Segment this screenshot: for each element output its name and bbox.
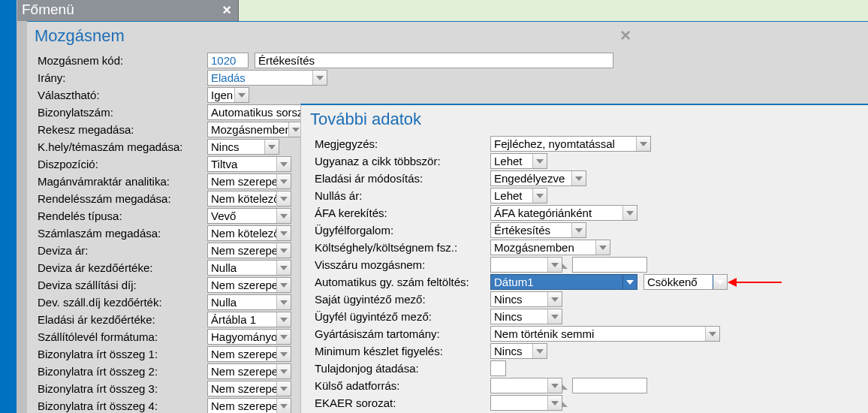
label-devszk: Dev. száll.díj kezdőérték: xyxy=(38,296,207,309)
label-kod: Mozgásnem kód: xyxy=(38,54,207,67)
label-nullas: Nullás ár: xyxy=(315,189,490,202)
input-kod-name[interactable] xyxy=(255,53,613,68)
label-irany: Irány: xyxy=(38,71,207,84)
label-kulso: Külső adatforrás: xyxy=(315,379,490,392)
label-sajat: Saját ügyintéző mező: xyxy=(315,293,490,306)
label-megj: Megjegyzés: xyxy=(315,137,490,150)
label-kolts: Költséghely/költségnem fsz.: xyxy=(315,241,490,254)
label-maganvam: Magánvámraktár analitika: xyxy=(38,175,207,188)
select-devszk[interactable] xyxy=(207,294,291,310)
select-rendszam[interactable] xyxy=(207,191,291,206)
label-gyart: Gyártásiszám tartomány: xyxy=(315,327,490,340)
label-rekesz: Rekesz megadása: xyxy=(38,123,207,136)
label-bo1: Bizonylatra írt összeg 1: xyxy=(38,348,207,360)
label-auto: Automatikus gy. szám feltöltés: xyxy=(315,276,490,288)
select-ugyfui[interactable] xyxy=(490,309,562,324)
panel-tovabbi-adatok: További adatok Megjegyzés: Ugyanaz a cik… xyxy=(300,104,868,413)
label-bo2: Bizonylatra írt összeg 2: xyxy=(38,365,207,378)
label-ekaer: EKAER sorozat: xyxy=(315,396,490,409)
select-eladar[interactable] xyxy=(207,312,291,327)
label-khely: K.hely/témaszám megadása: xyxy=(38,140,207,153)
select-bo3[interactable] xyxy=(207,381,291,396)
tovabbi-panel-title: További adatok xyxy=(301,105,868,135)
select-diszp[interactable] xyxy=(207,156,291,172)
input-kod[interactable] xyxy=(207,53,249,68)
mainmenu-title: Főmenü xyxy=(17,0,239,21)
label-bo3: Bizonylatra írt összeg 3: xyxy=(38,382,207,395)
label-devar: Deviza ár: xyxy=(38,244,207,257)
select-megj[interactable] xyxy=(490,136,651,152)
select-szamszam[interactable] xyxy=(207,225,291,241)
select-valasz[interactable] xyxy=(207,87,249,103)
select-bo1[interactable] xyxy=(207,346,291,362)
label-eladar: Eladási ár kezdőértéke: xyxy=(38,313,207,326)
label-ugyf: Ügyfélforgalom: xyxy=(315,224,490,237)
select-kolts[interactable] xyxy=(490,240,610,255)
select-bo2[interactable] xyxy=(207,363,291,379)
label-szlev: Szállítólevél formátuma: xyxy=(38,330,207,343)
select-gyart[interactable] xyxy=(490,326,720,342)
select-ugyf[interactable] xyxy=(490,222,586,238)
select-afa[interactable] xyxy=(490,205,637,221)
label-valasz: Választható: xyxy=(38,89,207,101)
select-auto-value[interactable] xyxy=(490,274,637,290)
label-ugyfui: Ügyfél ügyintéző mező: xyxy=(315,310,490,323)
mainmenu-close-icon[interactable]: × xyxy=(218,2,236,20)
select-irany[interactable] xyxy=(207,70,327,86)
select-bo4[interactable] xyxy=(207,398,291,413)
select-devar[interactable] xyxy=(207,243,291,258)
select-mink[interactable] xyxy=(490,343,547,359)
label-rendszam: Rendelésszám megadása: xyxy=(38,192,207,205)
select-sajat[interactable] xyxy=(490,291,562,307)
select-devark[interactable] xyxy=(207,260,291,276)
select-nullas[interactable] xyxy=(490,188,547,203)
select-auto-order[interactable] xyxy=(643,274,728,290)
select-devsz[interactable] xyxy=(207,277,291,293)
label-szamszam: Számlaszám megadása: xyxy=(38,227,207,240)
checkbox-tulaj[interactable] xyxy=(490,360,506,376)
select-vissz[interactable] xyxy=(490,257,562,273)
mozgasnem-close-icon[interactable]: × xyxy=(620,25,631,46)
select-khely[interactable] xyxy=(207,139,279,155)
mozgasnem-panel-title: Mozgásnem xyxy=(27,22,868,52)
label-bizszam: Bizonylatszám: xyxy=(38,106,207,119)
select-ugyanaz[interactable] xyxy=(490,153,547,169)
select-ekaer[interactable] xyxy=(490,395,562,411)
select-rendtip[interactable] xyxy=(207,208,291,224)
label-ugyanaz: Ugyanaz a cikk többször: xyxy=(315,155,490,167)
label-afa: ÁFA kerekítés: xyxy=(315,206,490,219)
select-kulso[interactable] xyxy=(490,378,562,393)
select-maganvam[interactable] xyxy=(207,173,291,189)
label-vissz: Visszáru mozgásnem: xyxy=(315,258,490,271)
left-stripe xyxy=(0,0,17,413)
label-mink: Minimum készlet figyelés: xyxy=(315,345,490,357)
label-devark: Deviza ár kezdőértéke: xyxy=(38,261,207,274)
input-vissz-extra[interactable] xyxy=(572,257,647,273)
red-arrow-annotation xyxy=(735,282,782,283)
select-szlev[interactable] xyxy=(207,329,291,345)
label-bo4: Bizonylatra írt összeg 4: xyxy=(38,399,207,412)
label-elad: Eladási ár módosítás: xyxy=(315,172,490,185)
select-rekesz[interactable] xyxy=(207,122,303,137)
label-diszp: Diszpozíció: xyxy=(38,158,207,170)
label-tulaj: Tulajdonjog átadása: xyxy=(315,362,490,375)
input-kulso-extra[interactable] xyxy=(572,378,647,393)
select-elad[interactable] xyxy=(490,170,586,186)
label-devsz: Deviza szállítási díj: xyxy=(38,279,207,291)
label-rendtip: Rendelés típusa: xyxy=(38,210,207,222)
